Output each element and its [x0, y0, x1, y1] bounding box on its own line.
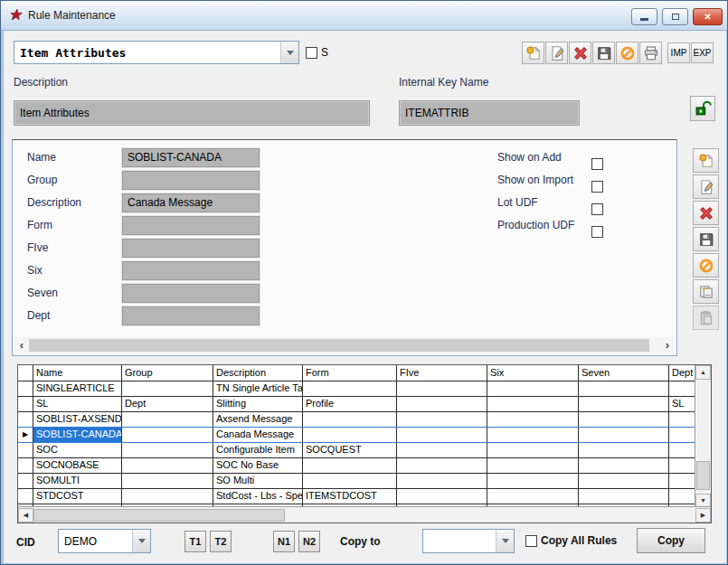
- table-row[interactable]: STDCOSTStdCost - Lbs - SpecITEMSTDCOST: [18, 489, 711, 504]
- row-selector-cell[interactable]: [18, 365, 33, 381]
- grid-cell[interactable]: [122, 489, 213, 504]
- import-button[interactable]: IMP: [667, 42, 690, 63]
- grid-cell[interactable]: [397, 412, 487, 427]
- table-row[interactable]: SLDeptSlittingProfileSL: [18, 397, 711, 412]
- row-selector-cell[interactable]: [18, 397, 33, 411]
- n1-button[interactable]: N1: [273, 531, 295, 552]
- production-udf-checkbox[interactable]: [591, 226, 603, 238]
- grid-cell[interactable]: [669, 443, 696, 457]
- cid-dropdown-button[interactable]: [132, 530, 150, 552]
- grid-cell[interactable]: Dept: [122, 397, 213, 411]
- edit-button[interactable]: [545, 42, 568, 64]
- grid-cell[interactable]: [487, 381, 579, 396]
- grid-cell[interactable]: [579, 443, 669, 457]
- grid-cell[interactable]: SL: [33, 397, 122, 411]
- row-selector-cell[interactable]: [18, 474, 33, 488]
- grid-vertical-scrollbar[interactable]: ▲ ▼: [695, 365, 711, 508]
- grid-cell[interactable]: StdCost - Lbs - Spec: [213, 489, 303, 504]
- new-row-button[interactable]: [693, 148, 719, 173]
- table-row[interactable]: SOMULTISO Multi: [18, 474, 711, 489]
- grid-cell[interactable]: SOMULTI: [33, 474, 122, 488]
- row-selector-cell[interactable]: [18, 458, 33, 473]
- table-row[interactable]: SOCNOBASESOC No Base: [18, 458, 711, 474]
- save-button[interactable]: [592, 42, 615, 64]
- grid-cell[interactable]: [397, 489, 487, 504]
- name-input[interactable]: SOBLIST-CANADA: [122, 148, 260, 167]
- grid-cell[interactable]: [579, 458, 669, 473]
- grid-cell[interactable]: [303, 458, 397, 473]
- form-input[interactable]: [122, 216, 260, 235]
- grid-cell[interactable]: [397, 443, 487, 457]
- seven-input[interactable]: [122, 284, 260, 303]
- grid-cell[interactable]: [487, 443, 579, 457]
- n2-button[interactable]: N2: [298, 531, 320, 552]
- detail-horizontal-scrollbar[interactable]: ‹ ›: [14, 337, 675, 353]
- cid-select[interactable]: DEMO: [58, 529, 151, 553]
- grid-cell[interactable]: [579, 428, 669, 442]
- close-button[interactable]: ✕: [693, 8, 723, 25]
- grid-cell[interactable]: [669, 412, 696, 427]
- row-selector-cell[interactable]: [18, 381, 33, 396]
- grid-cell[interactable]: SOC: [33, 443, 122, 457]
- grid-cell[interactable]: [303, 381, 397, 396]
- copy-all-checkbox[interactable]: [525, 535, 537, 547]
- grid-cell[interactable]: [122, 474, 213, 488]
- grid-cell[interactable]: [579, 397, 669, 411]
- column-header[interactable]: Seven: [579, 365, 669, 381]
- grid-cell[interactable]: Profile: [303, 397, 397, 411]
- scroll-left-icon[interactable]: ‹: [14, 338, 29, 353]
- description-input[interactable]: Canada Message: [122, 193, 260, 212]
- grid-cell[interactable]: STDCOST: [33, 489, 122, 504]
- lot-udf-checkbox[interactable]: [591, 203, 603, 215]
- grid-cell[interactable]: [397, 474, 487, 488]
- delete-row-button[interactable]: [693, 201, 719, 225]
- grid-cell[interactable]: TN Single Article Tax: [213, 381, 303, 396]
- copy-to-dropdown-button[interactable]: [496, 530, 514, 552]
- group-input[interactable]: [122, 171, 260, 190]
- grid-cell[interactable]: Slitting: [213, 397, 303, 411]
- paste-row-button[interactable]: [693, 306, 719, 330]
- grid-cell[interactable]: [397, 381, 487, 396]
- show-on-add-checkbox[interactable]: [591, 158, 603, 170]
- grid-cell[interactable]: [122, 443, 213, 457]
- copy-to-select[interactable]: [422, 529, 515, 553]
- internal-key-input[interactable]: ITEMATTRIB: [399, 100, 580, 126]
- grid-cell[interactable]: [669, 489, 696, 504]
- titlebar[interactable]: Rule Maintenance ✕: [1, 1, 727, 31]
- five-input[interactable]: [122, 239, 260, 258]
- dept-input[interactable]: [122, 306, 260, 325]
- maximize-button[interactable]: [662, 8, 688, 25]
- table-row[interactable]: SOCConfigurable ItemSOCQUEST: [18, 443, 711, 458]
- grid-cell[interactable]: SL: [669, 397, 696, 411]
- grid-cell[interactable]: [397, 428, 487, 442]
- scrollbar-thumb[interactable]: [33, 509, 285, 522]
- row-selector-cell[interactable]: ▶: [18, 428, 33, 442]
- grid-cell[interactable]: [669, 381, 696, 396]
- column-header[interactable]: Six: [487, 365, 579, 381]
- lock-button[interactable]: [690, 96, 715, 121]
- grid-cell[interactable]: [487, 428, 579, 442]
- column-header[interactable]: Description: [213, 365, 303, 381]
- grid-cell[interactable]: Canada Message: [213, 428, 303, 442]
- grid-cell[interactable]: [669, 428, 696, 442]
- grid-cell[interactable]: [487, 474, 579, 488]
- description-input[interactable]: Item Attributes: [14, 100, 370, 126]
- grid-cell[interactable]: SOBLIST-CANADA: [33, 428, 122, 442]
- rules-grid[interactable]: NameGroupDescriptionFormFIveSixSevenDept…: [17, 364, 712, 523]
- grid-cell[interactable]: SINGLEARTICLE: [33, 381, 122, 396]
- grid-cell[interactable]: [122, 412, 213, 427]
- grid-cell[interactable]: Axsend Message: [213, 412, 303, 427]
- s-checkbox[interactable]: [306, 47, 317, 59]
- column-header[interactable]: Name: [33, 365, 122, 381]
- grid-cell[interactable]: [669, 458, 696, 473]
- grid-cell[interactable]: [579, 412, 669, 427]
- table-row[interactable]: ▶SOBLIST-CANADACanada Message: [18, 428, 711, 443]
- copy-button[interactable]: Copy: [637, 528, 705, 553]
- grid-cell[interactable]: [303, 474, 397, 488]
- edit-row-button[interactable]: [693, 174, 719, 199]
- six-input[interactable]: [122, 261, 260, 280]
- cancel-row-button[interactable]: [693, 253, 719, 278]
- column-header[interactable]: Dept: [669, 365, 696, 381]
- grid-cell[interactable]: [122, 381, 213, 396]
- column-header[interactable]: Group: [122, 365, 213, 381]
